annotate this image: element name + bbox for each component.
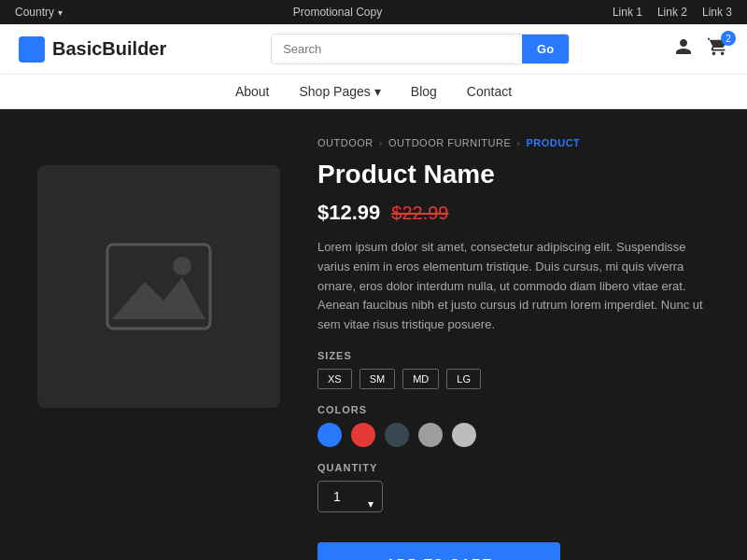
sizes-section: SIZES XS SM MD LG [317, 350, 710, 389]
breadcrumb-outdoor: OUTDOOR [317, 137, 374, 148]
svg-point-2 [173, 257, 191, 275]
search-input[interactable] [272, 35, 522, 63]
header: BasicBuilder Go 2 [0, 24, 747, 75]
colors-list [317, 423, 710, 447]
product-name: Product Name [317, 160, 710, 189]
top-links: Link 1 Link 2 Link 3 [613, 6, 732, 19]
top-link-2[interactable]: Link 2 [657, 6, 687, 19]
nav-about[interactable]: About [235, 84, 270, 99]
country-chevron: ▾ [58, 7, 63, 18]
price-current: $12.99 [317, 201, 380, 225]
breadcrumb-furniture: OUTDOOR FURNITURE [388, 137, 511, 148]
logo-icon [19, 36, 45, 63]
image-placeholder-icon [103, 240, 215, 333]
quantity-wrapper: 1 2 3 4 5 [317, 481, 383, 527]
cart-badge: 2 [721, 31, 736, 46]
color-light[interactable] [452, 423, 476, 447]
nav-contact[interactable]: Contact [467, 84, 512, 99]
add-to-cart-button[interactable]: ADD TO CART [317, 542, 560, 560]
cart-icon[interactable]: 2 [708, 36, 728, 62]
color-blue[interactable] [317, 423, 342, 447]
nav-blog[interactable]: Blog [411, 84, 437, 99]
logo-text: BasicBuilder [52, 38, 166, 60]
breadcrumb: OUTDOOR › OUTDOOR FURNITURE › PRODUCT [317, 137, 710, 148]
user-icon[interactable] [674, 37, 693, 61]
quantity-select[interactable]: 1 2 3 4 5 [317, 481, 383, 512]
search-button[interactable]: Go [522, 35, 569, 63]
colors-section: COLORS [317, 404, 710, 447]
breadcrumb-sep-1: › [379, 137, 383, 148]
top-link-1[interactable]: Link 1 [613, 6, 642, 19]
shop-pages-chevron: ▾ [374, 84, 381, 99]
color-dark[interactable] [385, 423, 409, 447]
product-description: Lorem ipsum dolor sit amet, consectetur … [317, 238, 710, 335]
size-xs[interactable]: XS [317, 369, 352, 389]
main-content: OUTDOOR › OUTDOOR FURNITURE › PRODUCT Pr… [0, 109, 747, 560]
sizes-label: SIZES [317, 350, 710, 361]
breadcrumb-product: PRODUCT [526, 137, 580, 148]
color-gray[interactable] [418, 423, 443, 447]
price-original: $22.99 [391, 203, 448, 224]
colors-label: COLORS [317, 404, 710, 415]
promo-text: Promotional Copy [293, 6, 382, 19]
country-label: Country [15, 6, 54, 19]
header-icons: 2 [674, 36, 728, 62]
product-details: OUTDOOR › OUTDOOR FURNITURE › PRODUCT Pr… [317, 137, 710, 534]
search-bar: Go [271, 34, 570, 64]
price-row: $12.99 $22.99 [317, 201, 710, 225]
nav: About Shop Pages ▾ Blog Contact [0, 75, 747, 109]
quantity-section: QUANTITY 1 2 3 4 5 [317, 462, 710, 542]
size-lg[interactable]: LG [446, 369, 481, 389]
country-selector[interactable]: Country ▾ [15, 6, 63, 19]
top-bar: Country ▾ Promotional Copy Link 1 Link 2… [0, 0, 747, 24]
top-link-3[interactable]: Link 3 [702, 6, 732, 19]
size-md[interactable]: MD [402, 369, 439, 389]
breadcrumb-sep-2: › [516, 137, 520, 148]
sizes-list: XS SM MD LG [317, 369, 710, 389]
nav-shop-pages[interactable]: Shop Pages ▾ [300, 84, 381, 99]
logo[interactable]: BasicBuilder [19, 36, 166, 63]
quantity-label: QUANTITY [317, 462, 710, 473]
size-sm[interactable]: SM [359, 369, 396, 389]
color-red[interactable] [351, 423, 375, 447]
product-image [37, 165, 280, 408]
